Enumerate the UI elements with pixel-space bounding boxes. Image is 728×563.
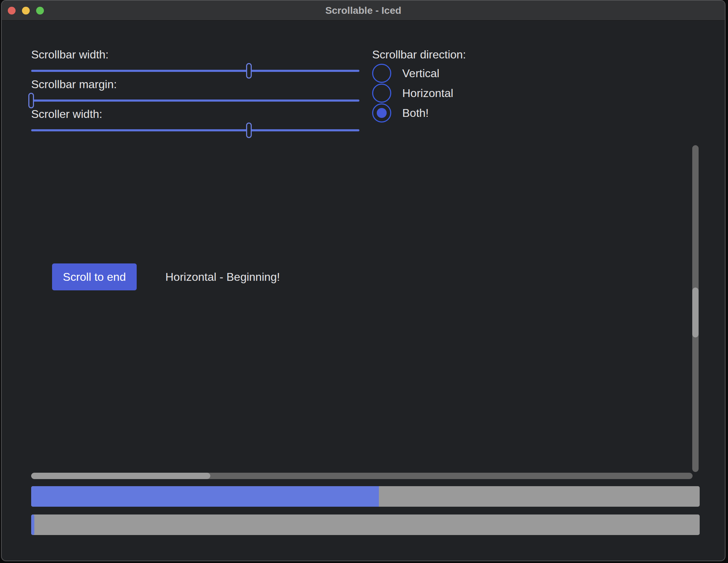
radio-button-icon [372,64,391,83]
app-window: Scrollable - Iced Scrollbar width: Scrol… [1,0,726,561]
scrollbar-direction-label: Scrollbar direction: [372,48,466,61]
scrollbar-width-label: Scrollbar width: [31,48,109,61]
desktop-background: Scrollable - Iced Scrollbar width: Scrol… [0,0,728,563]
radio-option-both[interactable]: Both! [372,103,429,123]
radio-button-icon [372,84,391,103]
horizontal-scrollbar-thumb[interactable] [31,473,210,479]
slider-rail [31,129,359,131]
horizontal-scrollbar-track[interactable] [31,473,693,479]
vertical-scrollbar-thumb[interactable] [692,288,699,337]
vertical-scrollbar-track[interactable] [692,145,699,472]
radio-label: Both! [402,107,429,120]
scroll-to-end-button[interactable]: Scroll to end [52,263,137,290]
radio-option-horizontal[interactable]: Horizontal [372,83,453,103]
horizontal-progress-bar [31,514,700,535]
scrollbar-width-slider[interactable] [31,63,359,79]
window-title: Scrollable - Iced [2,5,725,16]
radio-dot-icon [377,108,387,118]
radio-option-vertical[interactable]: Vertical [372,63,439,83]
slider-rail [31,99,359,102]
radio-label: Vertical [402,67,439,80]
scroller-width-slider[interactable] [31,123,359,138]
radio-label: Horizontal [402,87,453,100]
radio-button-icon [372,103,391,123]
slider-handle[interactable] [28,93,34,108]
titlebar[interactable]: Scrollable - Iced [2,1,725,21]
progress-fill [31,514,34,535]
scroller-width-label: Scroller width: [31,108,102,121]
scrollbar-margin-label: Scrollbar margin: [31,78,117,91]
slider-handle[interactable] [246,123,252,138]
slider-handle[interactable] [246,63,252,79]
slider-rail [31,70,359,72]
vertical-progress-bar [31,486,700,507]
scrollbar-margin-slider[interactable] [31,93,359,108]
scroll-status-text: Horizontal - Beginning! [165,263,280,290]
progress-fill [31,486,379,507]
